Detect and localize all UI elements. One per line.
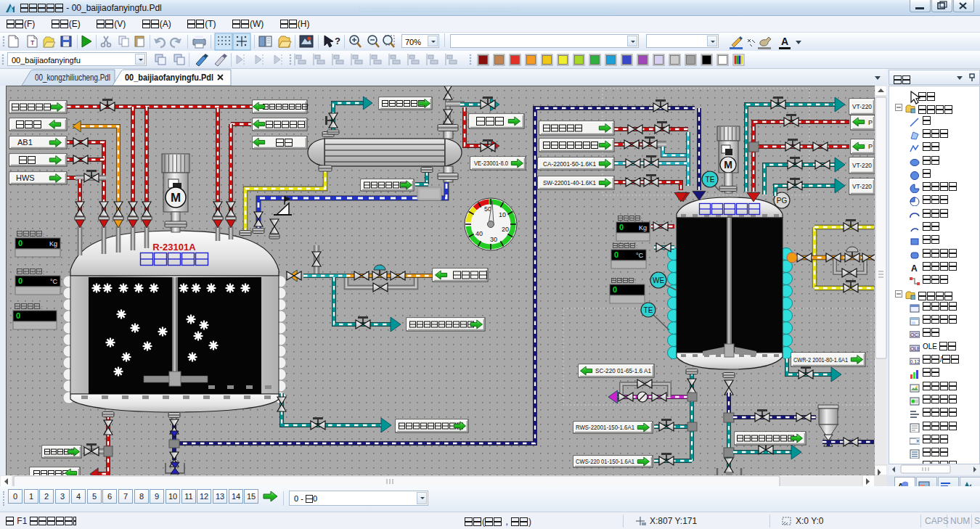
- svg-text:A: A: [781, 36, 788, 47]
- svg-text:20: 20: [502, 226, 509, 233]
- svg-text:PG: PG: [777, 197, 788, 205]
- svg-text:0.12: 0.12: [910, 359, 920, 364]
- svg-text:00_baijiaofanyingfu.Pdl: 00_baijiaofanyingfu.Pdl: [125, 73, 213, 83]
- svg-text:P: P: [868, 119, 873, 126]
- svg-text:VT-220: VT-220: [852, 162, 872, 169]
- svg-text:A: A: [911, 263, 918, 273]
- svg-text:0: 0: [613, 285, 617, 294]
- svg-text:OLE: OLE: [910, 346, 920, 351]
- svg-text:10: 10: [499, 211, 506, 218]
- svg-text:T: T: [30, 39, 35, 46]
- svg-text:WE: WE: [653, 276, 664, 284]
- svg-text:P: P: [868, 143, 873, 150]
- svg-text:VT-220: VT-220: [852, 183, 872, 190]
- svg-text:0: 0: [16, 311, 20, 320]
- svg-text:VT-220: VT-220: [852, 103, 872, 110]
- svg-text::: :: [636, 244, 637, 249]
- svg-text:TE: TE: [706, 176, 715, 184]
- svg-text:Kg: Kg: [49, 240, 57, 247]
- svg-text:CWS-220 01-150-1.6A1: CWS-220 01-150-1.6A1: [576, 458, 634, 465]
- svg-text:°C: °C: [636, 252, 644, 259]
- svg-text:HWS: HWS: [16, 173, 35, 182]
- svg-text:AB1: AB1: [17, 138, 33, 147]
- svg-text::: :: [634, 279, 636, 284]
- svg-text:CWR-2 2001-80-1.6A1: CWR-2 2001-80-1.6A1: [793, 356, 848, 364]
- svg-text:R-23101A: R-23101A: [152, 242, 196, 253]
- svg-text:00_kongzhiliucheng.Pdl: 00_kongzhiliucheng.Pdl: [35, 73, 110, 83]
- svg-text:M: M: [171, 191, 181, 205]
- svg-text:0: 0: [18, 276, 23, 285]
- svg-text:SW-22001-40-1.6K1: SW-22001-40-1.6K1: [543, 179, 596, 186]
- svg-text:0: 0: [18, 239, 23, 247]
- svg-text::: :: [41, 304, 42, 311]
- svg-text:30: 30: [490, 236, 497, 243]
- svg-text:?: ?: [335, 36, 340, 46]
- svg-text:OCX: OCX: [910, 332, 920, 337]
- svg-text:VE-23001-8.0: VE-23001-8.0: [474, 160, 508, 167]
- svg-text:CA-22001-50-1.6K1: CA-22001-50-1.6K1: [543, 160, 596, 168]
- svg-text::: :: [43, 231, 44, 238]
- svg-text:0: 0: [614, 250, 618, 259]
- svg-text:SC-220 01-65-1.6 A1: SC-220 01-65-1.6 A1: [595, 367, 651, 374]
- svg-text:40: 40: [475, 230, 483, 237]
- svg-text:TE: TE: [644, 306, 653, 314]
- svg-text:RWS-22001-150-1.6A1: RWS-22001-150-1.6A1: [576, 424, 634, 431]
- svg-text:°C: °C: [50, 278, 58, 285]
- svg-text:0: 0: [619, 223, 624, 231]
- svg-text::: :: [641, 216, 642, 221]
- svg-text::: :: [43, 269, 44, 276]
- svg-text:Kg: Kg: [639, 224, 647, 231]
- svg-text:M: M: [724, 159, 732, 171]
